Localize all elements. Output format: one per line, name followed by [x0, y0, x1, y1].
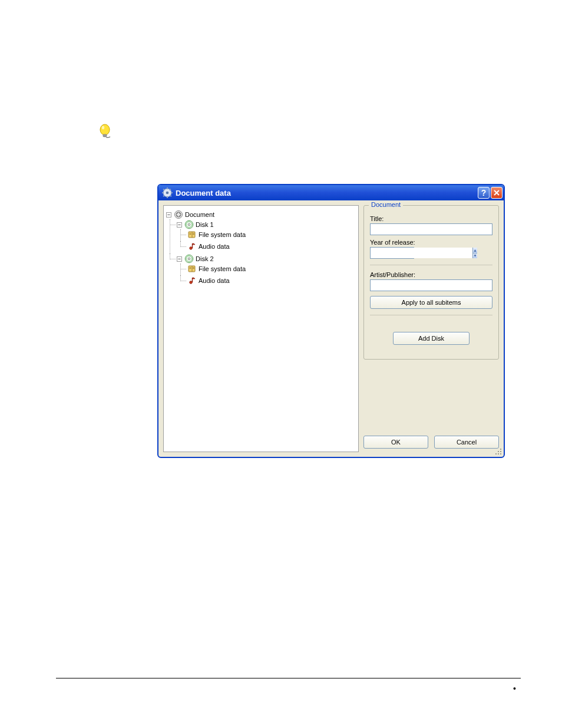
disk-icon [184, 254, 194, 263]
svg-rect-7 [171, 192, 173, 193]
svg-rect-24 [193, 233, 194, 233]
svg-rect-40 [500, 451, 501, 452]
ok-button[interactable]: OK [363, 436, 428, 449]
svg-rect-33 [190, 268, 191, 269]
svg-point-15 [179, 213, 180, 214]
svg-rect-41 [495, 453, 497, 454]
svg-point-26 [190, 247, 192, 249]
svg-point-17 [179, 215, 180, 216]
spinner-down-icon[interactable]: ▼ [472, 253, 477, 259]
tree-disk[interactable]: − Disk 2 [177, 254, 214, 263]
svg-point-16 [177, 215, 178, 216]
expander-icon[interactable]: − [166, 212, 171, 218]
svg-rect-39 [498, 451, 499, 452]
gear-icon [162, 187, 173, 198]
apply-subitems-button[interactable]: Apply to all subitems [370, 296, 492, 309]
tree-root[interactable]: − Document [166, 210, 214, 219]
tree-leaf[interactable]: File system data [187, 230, 246, 239]
tree-node-label: Document [185, 211, 214, 218]
footer-rule [56, 678, 521, 678]
groupbox-legend: Document [369, 201, 403, 208]
tree-disk[interactable]: − Disk 1 [177, 220, 214, 229]
year-label: Year of release: [370, 239, 492, 246]
resize-grip-icon[interactable] [494, 447, 503, 456]
document-tree[interactable]: − Document − [163, 205, 359, 452]
svg-point-0 [100, 124, 110, 135]
book-icon [187, 230, 197, 239]
tree-node-label: File system data [199, 265, 246, 272]
tree-leaf[interactable]: Audio data [187, 242, 230, 251]
add-disk-button[interactable]: Add Disk [393, 332, 470, 345]
svg-rect-6 [162, 192, 164, 193]
tree-leaf[interactable]: File system data [187, 264, 246, 274]
svg-rect-32 [190, 267, 191, 268]
svg-rect-43 [500, 453, 501, 454]
footer-bullet: • [513, 684, 516, 693]
svg-rect-23 [190, 234, 191, 235]
document-groupbox: Document Title: Year of release: ▲ ▼ Art… [363, 205, 499, 360]
spinner-up-icon[interactable]: ▲ [472, 248, 477, 253]
tree-node-label: Audio data [199, 277, 230, 284]
svg-rect-5 [167, 196, 168, 198]
audio-icon [187, 276, 197, 285]
cancel-button[interactable]: Cancel [434, 436, 499, 449]
svg-rect-34 [193, 267, 194, 268]
svg-rect-4 [167, 187, 168, 189]
tree-node-label: Disk 2 [196, 255, 214, 262]
title-input[interactable] [370, 223, 492, 235]
tree-node-label: File system data [199, 231, 246, 238]
svg-point-1 [102, 126, 104, 130]
audio-icon [187, 242, 197, 251]
year-input[interactable] [371, 248, 472, 258]
svg-point-14 [177, 213, 178, 214]
svg-point-36 [190, 281, 192, 284]
titlebar[interactable]: Document data ? [158, 185, 504, 200]
tree-node-label: Audio data [199, 243, 230, 250]
artist-input[interactable] [370, 279, 492, 291]
svg-point-13 [175, 211, 183, 219]
close-button[interactable] [491, 187, 503, 199]
artist-label: Artist/Publisher: [370, 271, 492, 278]
svg-rect-42 [498, 453, 499, 454]
svg-rect-38 [500, 449, 501, 450]
dialog-title: Document data [176, 189, 231, 197]
help-button[interactable]: ? [478, 187, 490, 199]
svg-rect-22 [190, 233, 191, 233]
svg-point-12 [166, 192, 169, 195]
svg-rect-25 [193, 234, 194, 235]
disk-icon [184, 220, 194, 229]
document-icon [174, 210, 183, 219]
tree-leaf[interactable]: Audio data [187, 276, 230, 285]
svg-point-30 [188, 258, 190, 259]
expander-icon[interactable]: − [177, 256, 182, 262]
year-spinner[interactable]: ▲ ▼ [370, 247, 414, 259]
expander-icon[interactable]: − [177, 222, 182, 228]
lightbulb-icon [97, 124, 113, 139]
svg-point-20 [188, 223, 190, 225]
document-data-dialog: Document data ? − [157, 184, 505, 458]
book-icon [187, 264, 197, 274]
tree-node-label: Disk 1 [196, 221, 214, 228]
svg-rect-35 [193, 268, 194, 269]
title-label: Title: [370, 215, 492, 222]
